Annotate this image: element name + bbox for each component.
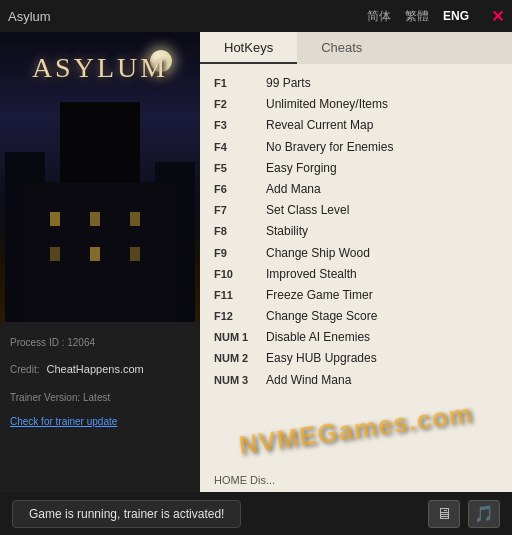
cheat-desc: Set Class Level [266,201,349,220]
cheat-row: F3Reveal Current Map [214,116,498,135]
cheat-row: F12Change Stage Score [214,307,498,326]
bottom-icons: 🖥 🎵 [428,500,500,528]
info-panel: Process ID : 12064 Credit: CheatHappens.… [0,322,200,443]
cheat-key: F7 [214,202,266,220]
tab-bar: HotKeys Cheats [200,32,512,64]
cheats-list: F199 PartsF2Unlimited Money/ItemsF3Revea… [200,64,512,468]
lang-traditional[interactable]: 繁體 [405,8,429,25]
building-silhouette [0,142,200,322]
cheat-row: NUM 3Add Wind Mana [214,371,498,390]
lang-bar: 简体 繁體 ENG ✕ [367,7,504,26]
cheat-desc: Reveal Current Map [266,116,373,135]
title-bar: Asylum 简体 繁體 ENG ✕ [0,0,512,32]
cheat-key: F12 [214,308,266,326]
cheat-key: F8 [214,223,266,241]
title-bar-left: Asylum [8,9,51,24]
main-content: ASYLUM [0,32,512,492]
lang-simplified[interactable]: 简体 [367,8,391,25]
cheat-desc: No Bravery for Enemies [266,138,393,157]
right-panel: HotKeys Cheats F199 PartsF2Unlimited Mon… [200,32,512,492]
check-update-link[interactable]: Check for trainer update [10,416,117,427]
cheat-key: F4 [214,139,266,157]
cheat-row: F6Add Mana [214,180,498,199]
cheat-key: F9 [214,245,266,263]
credit-value: CheatHappens.com [47,363,144,375]
cheat-row: F11Freeze Game Timer [214,286,498,305]
cheat-desc: 99 Parts [266,74,311,93]
cheat-row: F4No Bravery for Enemies [214,138,498,157]
monitor-icon[interactable]: 🖥 [428,500,460,528]
trainer-version-label: Trainer Version: Latest [10,392,110,403]
cheat-key: F11 [214,287,266,305]
cheat-key: F6 [214,181,266,199]
cheat-row: F10Improved Stealth [214,265,498,284]
tab-cheats[interactable]: Cheats [297,32,386,64]
game-image: ASYLUM [0,32,200,322]
cheat-key: NUM 1 [214,329,266,347]
process-id-label: Process ID : 12064 [10,334,190,352]
lang-english[interactable]: ENG [443,9,469,23]
cheat-row: F7Set Class Level [214,201,498,220]
cheat-row: F2Unlimited Money/Items [214,95,498,114]
close-button[interactable]: ✕ [491,7,504,26]
cheat-desc: Easy Forging [266,159,337,178]
left-panel: ASYLUM [0,32,200,492]
cheat-key: F3 [214,117,266,135]
cheat-row: NUM 2Easy HUB Upgrades [214,349,498,368]
cheat-row: F9Change Ship Wood [214,244,498,263]
center-tower [60,102,140,182]
cheat-desc: Add Wind Mana [266,371,351,390]
cheat-row: F8Stability [214,222,498,241]
tab-hotkeys[interactable]: HotKeys [200,32,297,64]
status-text: Game is running, trainer is activated! [12,500,241,528]
game-title-overlay: ASYLUM [0,52,200,84]
cheat-key: F10 [214,266,266,284]
cheat-desc: Improved Stealth [266,265,357,284]
cheat-row: F5Easy Forging [214,159,498,178]
cheat-key: F2 [214,96,266,114]
cheat-desc: Change Ship Wood [266,244,370,263]
cheat-desc: Unlimited Money/Items [266,95,388,114]
cheat-desc: Add Mana [266,180,321,199]
cheat-desc: Disable AI Enemies [266,328,370,347]
home-bar: HOME Dis... [200,468,512,492]
main-building [20,182,180,322]
cheat-key: NUM 3 [214,372,266,390]
credit-label: Credit: [10,364,39,375]
home-bar-text: HOME Dis... [214,474,275,486]
cheat-row: NUM 1Disable AI Enemies [214,328,498,347]
cheat-key: F1 [214,75,266,93]
cheat-key: NUM 2 [214,350,266,368]
app-title: Asylum [8,9,51,24]
music-icon[interactable]: 🎵 [468,500,500,528]
cheat-desc: Freeze Game Timer [266,286,373,305]
cheat-desc: Stability [266,222,308,241]
bottom-bar: Game is running, trainer is activated! 🖥… [0,492,512,535]
cheat-desc: Easy HUB Upgrades [266,349,377,368]
cheat-key: F5 [214,160,266,178]
cheat-row: F199 Parts [214,74,498,93]
cheat-desc: Change Stage Score [266,307,377,326]
